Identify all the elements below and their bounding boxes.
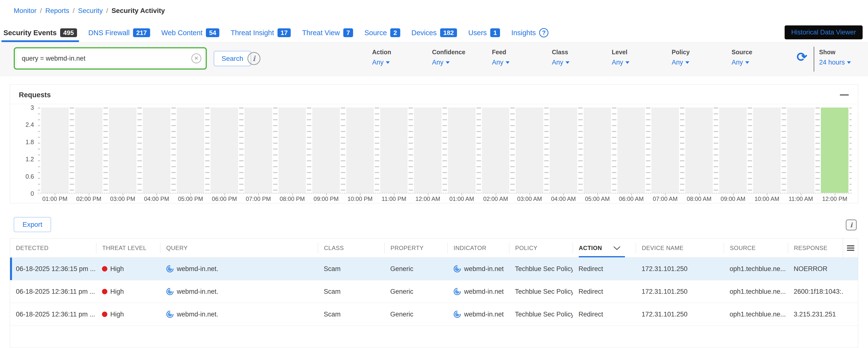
filter-action-dropdown[interactable]: Any — [372, 59, 432, 66]
table-info-icon[interactable]: i — [846, 219, 857, 230]
threat-indicator-icon — [166, 288, 174, 295]
filter-level-dropdown[interactable]: Any — [612, 59, 672, 66]
column-header-label: POLICY — [515, 245, 537, 251]
column-header-response[interactable]: RESPONSE — [788, 243, 843, 253]
table-row[interactable]: 06-18-2025 12:36:11 pm ...Highwebmd-in.n… — [10, 303, 858, 326]
chart-slot — [174, 107, 208, 193]
chart-band — [346, 107, 374, 193]
export-button[interactable]: Export — [14, 217, 51, 232]
breadcrumb-link-monitor[interactable]: Monitor — [14, 7, 36, 15]
search-input[interactable] — [16, 50, 205, 67]
tab-web-content[interactable]: Web Content54 — [161, 24, 220, 42]
threat-level-cell: High — [96, 288, 160, 295]
filter-class: ClassAny — [552, 49, 612, 66]
clear-search-icon[interactable]: ✕ — [191, 54, 201, 63]
tab-threat-insight[interactable]: Threat Insight17 — [230, 24, 291, 42]
tab-security-events[interactable]: Security Events495 — [3, 24, 77, 42]
indicator-cell: webmd-in.net — [447, 310, 509, 318]
x-tick-label: 10:00 PM — [343, 195, 377, 202]
requests-panel: Requests 32.41.81.20.60 01:00 PM02:00 PM… — [10, 84, 858, 203]
events-table: DETECTEDTHREAT LEVELQUERYCLASSPROPERTYIN… — [10, 238, 858, 348]
column-header-label: PROPERTY — [391, 245, 424, 251]
property-cell: Generic — [384, 265, 447, 273]
tab-label: Threat View — [302, 29, 340, 37]
historical-data-viewer-button[interactable]: Historical Data Viewer — [785, 25, 863, 39]
breadcrumb-link-reports[interactable]: Reports — [45, 7, 69, 15]
cell-text: Techblue Sec Policy — [515, 288, 572, 295]
cell-text: Techblue Sec Policy — [515, 265, 572, 273]
filter-source-dropdown[interactable]: Any — [732, 59, 792, 66]
chart-band — [380, 107, 408, 193]
tab-label: DNS Firewall — [88, 29, 130, 37]
tab-count-badge: 7 — [343, 28, 353, 37]
toolbar-divider — [814, 47, 814, 72]
column-header-policy[interactable]: POLICY — [509, 243, 572, 253]
filter-policy-dropdown[interactable]: Any — [672, 59, 732, 66]
source-cell: oph1.techblue.ne... — [724, 288, 788, 295]
filter-class-dropdown[interactable]: Any — [552, 59, 612, 66]
chart-bar[interactable] — [821, 107, 848, 193]
column-settings-button[interactable] — [843, 239, 858, 257]
column-header-detected[interactable]: DETECTED — [10, 243, 96, 253]
column-header-source[interactable]: SOURCE — [724, 243, 788, 253]
device-name-cell: 172.31.101.250 — [636, 311, 724, 318]
filter-feed-dropdown[interactable]: Any — [492, 59, 552, 66]
class-cell: Scam — [318, 265, 384, 273]
breadcrumb-separator: / — [40, 7, 42, 15]
breadcrumb-separator: / — [73, 7, 74, 15]
x-tick-label: 09:00 PM — [309, 195, 343, 202]
chart-slot — [377, 107, 411, 193]
chart-band — [75, 107, 103, 193]
threat-level-cell: High — [96, 265, 160, 273]
cell-text: Generic — [390, 288, 413, 295]
column-header-label: RESPONSE — [794, 245, 828, 251]
requests-panel-title: Requests — [19, 91, 51, 99]
filter-confidence-dropdown[interactable]: Any — [432, 59, 492, 66]
column-header-label: CLASS — [324, 245, 344, 251]
breadcrumb-link-security[interactable]: Security — [78, 7, 103, 15]
help-icon[interactable]: ? — [539, 28, 549, 37]
property-cell: Generic — [384, 311, 447, 318]
column-header-class[interactable]: CLASS — [318, 243, 384, 253]
column-header-query[interactable]: QUERY — [160, 243, 318, 253]
tab-threat-view[interactable]: Threat View7 — [302, 24, 353, 42]
breadcrumb: Monitor/Reports/Security/ Security Activ… — [14, 7, 165, 15]
chart-band — [685, 107, 713, 193]
tab-insights[interactable]: Insights? — [511, 24, 549, 42]
tab-source[interactable]: Source2 — [364, 24, 400, 42]
action-cell: Redirect — [572, 265, 636, 273]
filter-confidence: ConfidenceAny — [432, 49, 492, 66]
column-header-property[interactable]: PROPERTY — [384, 243, 447, 253]
column-header-action[interactable]: ACTION — [572, 243, 636, 253]
refresh-icon[interactable]: ⟳ — [797, 51, 807, 63]
threat-indicator-icon — [453, 310, 461, 318]
threat-indicator-icon — [166, 310, 174, 318]
source-cell: oph1.techblue.ne... — [724, 311, 788, 318]
tab-dns-firewall[interactable]: DNS Firewall217 — [88, 24, 150, 42]
table-row[interactable]: 06-18-2025 12:36:11 pm ...Highwebmd-in.n… — [10, 280, 858, 303]
column-header-indicator[interactable]: INDICATOR — [447, 243, 509, 253]
tab-label: Devices — [411, 29, 437, 37]
chart-slot — [682, 107, 716, 193]
show-range-dropdown[interactable]: 24 hours — [819, 59, 851, 66]
search-button[interactable]: Search — [214, 51, 251, 66]
tab-users[interactable]: Users1 — [468, 24, 500, 42]
column-header-threat-level[interactable]: THREAT LEVEL — [96, 243, 160, 253]
chart-band — [617, 107, 645, 193]
chart-slot — [716, 107, 750, 193]
column-header-label: ACTION — [579, 245, 602, 251]
device-name-cell: 172.31.101.250 — [636, 265, 724, 273]
cell-text: 2600:1f18:1043:... — [794, 288, 843, 295]
collapse-panel-icon[interactable] — [840, 94, 849, 96]
column-header-device-name[interactable]: DEVICE NAME — [636, 243, 724, 253]
x-tick-label: 08:00 AM — [682, 195, 716, 202]
filter-label: Action — [372, 49, 432, 56]
chart-plot — [38, 107, 851, 194]
tab-count-badge: 495 — [60, 28, 77, 37]
tab-count-badge: 182 — [440, 28, 457, 37]
search-info-icon[interactable]: i — [247, 52, 260, 65]
tab-devices[interactable]: Devices182 — [411, 24, 457, 42]
cell-text: 172.31.101.250 — [642, 288, 687, 295]
table-row[interactable]: 06-18-2025 12:36:15 pm ...Highwebmd-in.n… — [10, 258, 858, 280]
cell-text: Scam — [324, 265, 341, 273]
